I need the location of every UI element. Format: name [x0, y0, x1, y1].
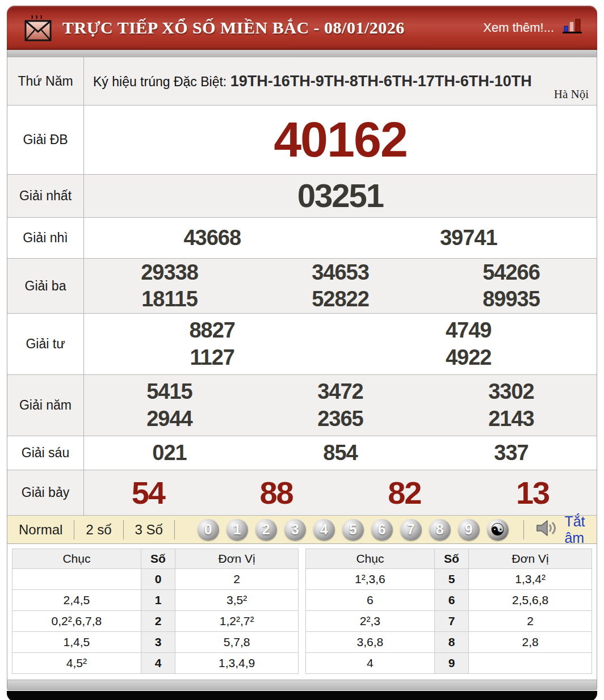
prize-row-seventh: Giải bảy 54 88 82 13	[7, 470, 597, 516]
mode-2-digits[interactable]: 2 số	[74, 522, 123, 538]
digit-ball-7[interactable]: 7	[400, 519, 422, 541]
mute-label[interactable]: Tắt âm	[564, 513, 597, 546]
see-more-label[interactable]: Xem thêm!...	[483, 20, 554, 35]
prize-number: 03251	[297, 177, 383, 215]
prize-row-second: Giải nhì 43668 39741	[7, 218, 597, 259]
tens-cell: 0,2²,6,7,8	[12, 611, 141, 632]
digit-ball-4[interactable]: 4	[313, 519, 335, 541]
prize-row-special: Giải ĐB 40162	[7, 106, 597, 175]
table-header-row: Chục Số Đơn Vị	[12, 549, 299, 569]
table-row: 4 9	[306, 653, 592, 674]
prize-number: 337	[494, 440, 528, 467]
units-cell: 1,3,4,9	[175, 653, 299, 674]
prize-number: 40162	[274, 112, 407, 167]
speaker-icon[interactable]	[536, 519, 557, 541]
special-sign-text: Ký hiệu trúng Đặc Biệt: 19TH-16TH-9TH-8T…	[84, 64, 597, 98]
digit-cell: 5	[434, 569, 468, 590]
digit-cell: 9	[434, 653, 468, 674]
table-row: 3,6,8 8 2,8	[306, 632, 592, 653]
digit-ball-group: 0 1 2 3 4 5 6 7 8 9 ☯	[198, 519, 509, 541]
digit-summary-section: Chục Số Đơn Vị 0 2 2,4,5 1 3,5² 0,2²,6,7…	[7, 544, 597, 680]
prize-number: 2944	[146, 406, 192, 433]
prize-label: Giải bảy	[7, 470, 84, 515]
prize-number: 4922	[446, 344, 492, 372]
col-header-tens: Chục	[12, 549, 141, 569]
digit-cell: 1	[141, 590, 175, 611]
digit-cell: 6	[434, 590, 468, 611]
units-cell: 1,2²,7²	[175, 611, 299, 632]
mute-button[interactable]: Tắt âm	[536, 513, 597, 546]
tens-cell: 2,4,5	[12, 590, 141, 611]
prize-number: 34653	[312, 259, 369, 286]
prize-number: 39741	[440, 225, 497, 252]
prize-number: 3302	[488, 378, 534, 406]
prize-number: 3472	[317, 378, 363, 406]
draw-day: Thứ Năm	[7, 57, 84, 105]
divider	[523, 520, 524, 539]
digit-ball-6[interactable]: 6	[371, 519, 393, 541]
digit-ball-0[interactable]: 0	[198, 519, 219, 541]
prize-number: 29338	[141, 259, 198, 286]
prize-row-sixth: Giải sáu 021 854 337	[7, 436, 597, 470]
footer-gray-bar	[7, 680, 597, 690]
prize-label: Giải tư	[7, 314, 84, 374]
digit-ball-2[interactable]: 2	[255, 519, 277, 541]
digit-cell: 8	[434, 632, 468, 653]
prize-label: Giải sáu	[7, 436, 84, 470]
prize-number: 43668	[183, 225, 241, 252]
prize-label: Giải nhất	[7, 175, 84, 217]
see-more-link[interactable]: Xem thêm!...	[483, 18, 582, 38]
prize-number: 54	[132, 475, 165, 511]
digit-ball-1[interactable]: 1	[227, 519, 248, 541]
prize-number: 5415	[146, 378, 192, 406]
prize-label: Giải nhì	[7, 218, 84, 258]
page-title: TRỰC TIẾP XỔ SỐ MIỀN BẮC - 08/01/2026	[62, 18, 405, 37]
tens-cell: 6	[306, 590, 435, 611]
tens-cell: 1²,3,6	[306, 569, 435, 590]
yin-yang-icon[interactable]: ☯	[487, 519, 509, 541]
bar-chart-icon[interactable]	[562, 18, 582, 38]
table-row: 6 6 2,5,6,8	[306, 590, 592, 611]
units-cell: 3,5²	[175, 590, 299, 611]
prize-number: 4749	[446, 317, 492, 344]
table-row: 0 2	[12, 569, 299, 590]
tens-cell: 3,6,8	[306, 632, 435, 653]
prize-number: 854	[323, 440, 357, 467]
lottery-widget: TRỰC TIẾP XỔ SỐ MIỀN BẮC - 08/01/2026 Xe…	[0, 0, 604, 700]
table-row: 4,5² 4 1,3,4,9	[12, 653, 299, 674]
digit-ball-5[interactable]: 5	[342, 519, 364, 541]
prize-number: 13	[516, 475, 549, 511]
table-header-row: Chục Số Đơn Vị	[306, 549, 592, 569]
digit-ball-9[interactable]: 9	[458, 519, 480, 541]
col-header-tens: Chục	[306, 549, 435, 569]
digit-ball-3[interactable]: 3	[284, 519, 306, 541]
digit-ball-8[interactable]: 8	[429, 519, 451, 541]
table-row: 2,4,5 1 3,5²	[12, 590, 299, 611]
special-sign-codes: 19TH-16TH-9TH-8TH-6TH-17TH-6TH-10TH	[230, 73, 532, 90]
mode-3-digits[interactable]: 3 Số	[123, 522, 174, 538]
units-cell: 2,5,6,8	[469, 590, 592, 611]
units-cell: 1,3,4²	[469, 569, 592, 590]
controls-bar: Normal 2 số 3 Số 0 1 2 3 4 5 6 7 8 9 ☯	[7, 516, 597, 544]
col-header-digit: Số	[434, 549, 468, 569]
prize-number: 8827	[189, 317, 235, 344]
units-cell: 2	[469, 611, 592, 632]
prize-number: 18115	[141, 286, 198, 313]
header-bar: TRỰC TIẾP XỔ SỐ MIỀN BẮC - 08/01/2026 Xe…	[7, 6, 597, 50]
prize-row-third: Giải ba 29338 34653 54266 18115 52822 89…	[7, 259, 597, 314]
col-header-digit: Số	[141, 549, 175, 569]
mode-normal[interactable]: Normal	[7, 522, 74, 538]
footer-black-bar	[7, 691, 597, 700]
units-cell: 2,8	[469, 632, 592, 653]
digit-cell: 2	[141, 611, 175, 632]
units-cell: 2	[175, 569, 299, 590]
prize-number: 82	[388, 475, 421, 511]
envelope-icon	[24, 14, 52, 45]
prize-label: Giải ba	[7, 259, 84, 313]
tens-cell: 4	[306, 653, 435, 674]
table-row: 1,4,5 3 5,7,8	[12, 632, 299, 653]
prize-label: Giải năm	[7, 375, 84, 436]
table-row: 0,2²,6,7,8 2 1,2²,7²	[12, 611, 299, 632]
digit-cell: 7	[434, 611, 468, 632]
prize-row-first: Giải nhất 03251	[7, 175, 597, 218]
